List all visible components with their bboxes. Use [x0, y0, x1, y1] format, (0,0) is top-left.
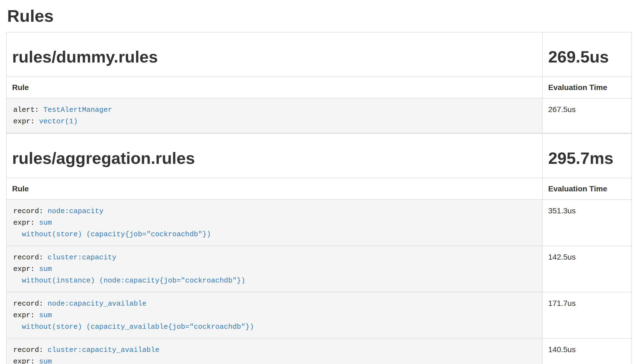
rule-code-line: expr: sum — [13, 263, 536, 275]
record-name-link[interactable]: cluster:capacity_available — [48, 346, 160, 354]
rule-code-line: expr: sum — [13, 356, 536, 364]
group-eval-cell: 269.5us — [542, 32, 632, 77]
rule-code-line: expr: sum — [13, 217, 536, 229]
evaluation-time-cell: 142.5us — [542, 246, 632, 292]
rule-code-line: without(store) (capacity_available{job="… — [13, 321, 536, 333]
column-header-row: Rule Evaluation Time — [6, 77, 632, 98]
rule-row: record: cluster:capacity_available expr:… — [6, 338, 632, 364]
record-name-link[interactable]: node:capacity — [48, 207, 104, 215]
rule-key-label: record: — [13, 207, 48, 215]
rule-group-table-aggregation: rules/aggregation.rules 295.7ms Rule Eva… — [6, 133, 632, 364]
rule-group-eval-time: 269.5us — [548, 48, 626, 66]
column-header-evaluation-time: Evaluation Time — [542, 178, 632, 200]
rule-cell: record: node:capacity_available expr: su… — [6, 292, 542, 338]
evaluation-time-cell: 140.5us — [542, 338, 632, 364]
rule-key-label: record: — [13, 300, 48, 308]
column-header-evaluation-time: Evaluation Time — [542, 77, 632, 98]
rule-code-line: record: cluster:capacity — [13, 252, 536, 263]
rule-expr-link[interactable]: vector(1) — [39, 117, 78, 126]
rule-key-label: expr: — [13, 219, 39, 227]
rule-cell: record: cluster:capacity expr: sum witho… — [6, 246, 542, 292]
rule-group-eval-time: 295.7ms — [548, 149, 626, 167]
record-name-link[interactable]: node:capacity_available — [48, 300, 147, 308]
rule-key-label: record: — [13, 346, 48, 354]
rule-expr-link[interactable]: sum — [39, 357, 52, 364]
rule-row: alert: TestAlertManager expr: vector(1) … — [6, 98, 632, 133]
rule-expr-continuation-link[interactable]: without(store) (capacity{job="cockroachd… — [13, 230, 211, 238]
evaluation-time-cell: 351.3us — [542, 200, 632, 246]
rule-code-line: record: node:capacity_available — [13, 298, 536, 309]
rule-code-line: alert: TestAlertManager — [13, 104, 536, 116]
rule-key-label: expr: — [13, 357, 39, 364]
rule-key-label: expr: — [13, 311, 39, 319]
rule-code-line: expr: vector(1) — [13, 116, 536, 127]
group-header-row: rules/dummy.rules 269.5us — [6, 32, 632, 77]
rule-group-name: rules/aggregation.rules — [12, 149, 537, 167]
rule-key-label: alert: — [13, 106, 43, 114]
record-name-link[interactable]: cluster:capacity — [48, 253, 117, 262]
rule-cell: record: cluster:capacity_available expr:… — [6, 338, 542, 364]
evaluation-time-cell: 267.5us — [542, 98, 632, 133]
group-header-row: rules/aggregation.rules 295.7ms — [6, 134, 632, 178]
rule-cell: alert: TestAlertManager expr: vector(1) — [6, 98, 542, 133]
rule-row: record: cluster:capacity expr: sum witho… — [6, 246, 632, 292]
rule-expr-link[interactable]: sum — [39, 219, 52, 227]
rule-group-name: rules/dummy.rules — [12, 48, 537, 66]
rule-expr-continuation-link[interactable]: without(store) (capacity_available{job="… — [13, 323, 254, 331]
rule-cell: record: node:capacity expr: sum without(… — [6, 200, 542, 246]
column-header-rule: Rule — [6, 178, 542, 200]
rule-code-line: record: node:capacity — [13, 205, 536, 217]
rule-code-line: expr: sum — [13, 309, 536, 321]
rule-expr-link[interactable]: sum — [39, 311, 52, 319]
group-name-cell: rules/aggregation.rules — [6, 134, 542, 178]
column-header-rule: Rule — [6, 77, 542, 98]
column-header-row: Rule Evaluation Time — [6, 178, 632, 200]
evaluation-time-cell: 171.7us — [542, 292, 632, 338]
rule-row: record: node:capacity_available expr: su… — [6, 292, 632, 338]
page-title: Rules — [7, 7, 632, 25]
rule-code-line: without(store) (capacity{job="cockroachd… — [13, 229, 536, 240]
rule-key-label: record: — [13, 253, 48, 262]
rule-code-line: record: cluster:capacity_available — [13, 344, 536, 356]
rule-group-table-dummy: rules/dummy.rules 269.5us Rule Evaluatio… — [6, 32, 632, 133]
rule-row: record: node:capacity expr: sum without(… — [6, 200, 632, 246]
rule-key-label: expr: — [13, 117, 39, 126]
group-name-cell: rules/dummy.rules — [6, 32, 542, 77]
rule-expr-continuation-link[interactable]: without(instance) (node:capacity{job="co… — [13, 276, 245, 285]
alert-name-link[interactable]: TestAlertManager — [43, 106, 112, 114]
group-eval-cell: 295.7ms — [542, 134, 632, 178]
rule-expr-link[interactable]: sum — [39, 265, 52, 273]
rule-code-line: without(instance) (node:capacity{job="co… — [13, 275, 536, 286]
rule-key-label: expr: — [13, 265, 39, 273]
